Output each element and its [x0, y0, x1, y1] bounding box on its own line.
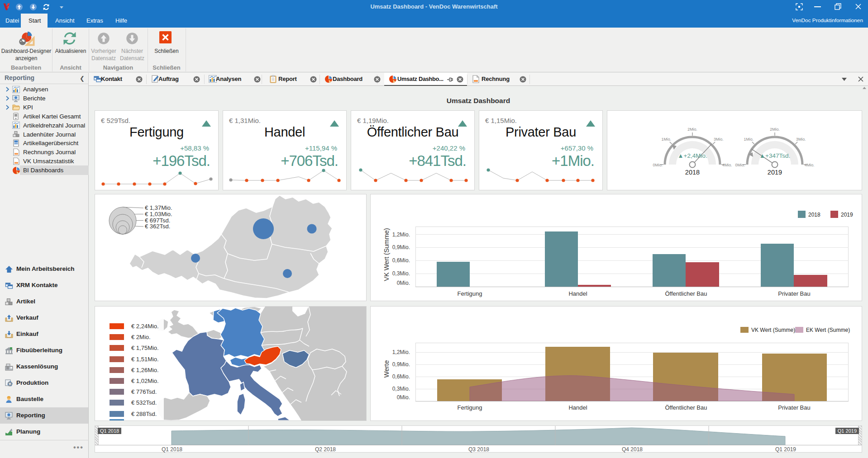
svg-text:€ 776Tsd.: € 776Tsd.	[131, 388, 157, 395]
svg-text:€ 1,37Mio.: € 1,37Mio.	[145, 204, 172, 211]
svg-text:€ 1,75Mio.: € 1,75Mio.	[131, 345, 159, 351]
svg-text:1Mio.: 1Mio.	[661, 137, 671, 142]
svg-text:€ 1,02Mio.: € 1,02Mio.	[131, 378, 159, 384]
svg-text:3Mio.: 3Mio.	[796, 137, 806, 142]
svg-text:€ 2Mio.: € 2Mio.	[131, 334, 151, 340]
svg-text:0Mio.: 0Mio.	[735, 163, 745, 167]
svg-text:2Mio.: 2Mio.	[687, 127, 697, 132]
svg-text:€ 1,26Mio.: € 1,26Mio.	[131, 367, 159, 373]
svg-text:€ 2,24Mio.: € 2,24Mio.	[131, 323, 159, 330]
svg-text:€ 1,03Mio.: € 1,03Mio.	[145, 211, 172, 217]
svg-text:€ 362Tsd.: € 362Tsd.	[145, 223, 170, 230]
svg-text:€ 1,51Mio.: € 1,51Mio.	[131, 356, 159, 363]
svg-text:1Mio.: 1Mio.	[744, 137, 754, 142]
svg-text:4Mio.: 4Mio.	[805, 163, 815, 167]
svg-text:2Mio.: 2Mio.	[770, 127, 780, 132]
svg-text:0Mio.: 0Mio.	[653, 163, 663, 167]
svg-text:3Mio.: 3Mio.	[714, 137, 724, 142]
svg-text:€ 288Tsd.: € 288Tsd.	[131, 411, 157, 417]
svg-text:€ 532Tsd.: € 532Tsd.	[131, 399, 157, 406]
